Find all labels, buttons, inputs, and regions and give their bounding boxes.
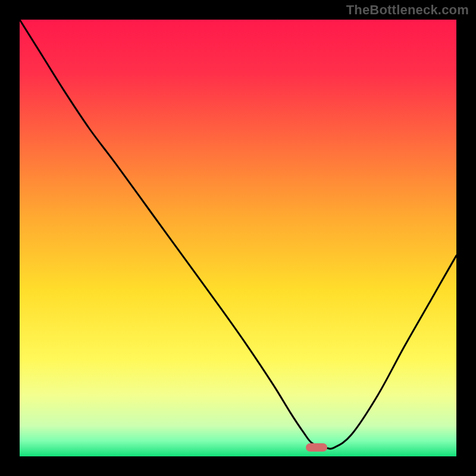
chart-frame: TheBottleneck.com [0,0,476,476]
gradient-background [20,20,456,456]
gradient-plot-svg [20,20,456,456]
plot-area [20,20,456,456]
watermark-text: TheBottleneck.com [346,2,469,18]
optimum-marker [306,443,327,452]
